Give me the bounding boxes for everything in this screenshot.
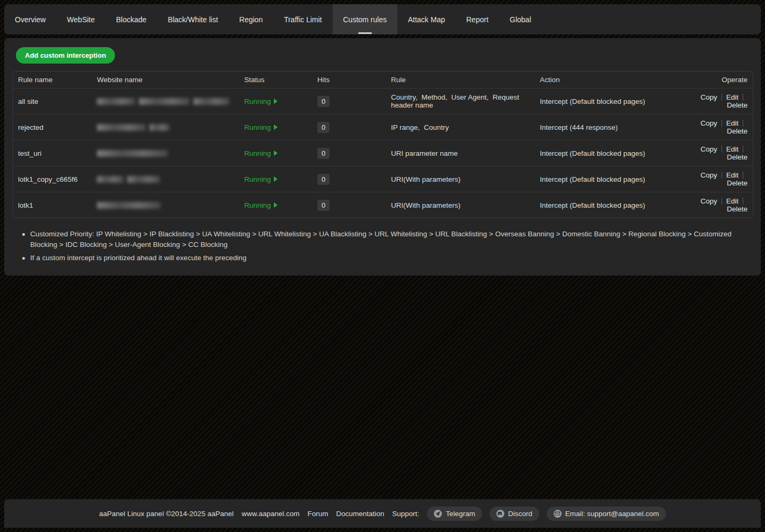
copy-link[interactable]: Copy [700, 171, 717, 179]
action-cell: Intercept (444 response) [535, 114, 689, 140]
status-running-toggle[interactable]: Running [244, 123, 278, 131]
operation-separator [722, 146, 722, 153]
website-link[interactable]: www.aapanel.com [242, 510, 300, 518]
status-running-toggle[interactable]: Running [244, 175, 278, 183]
action-cell: Intercept (Default blocked pages) [535, 88, 689, 114]
hits-badge: 0 [317, 148, 330, 159]
play-icon [274, 176, 278, 182]
column-header-website-name: Website name [92, 72, 239, 88]
copy-link[interactable]: Copy [700, 93, 717, 101]
operation-separator [722, 94, 722, 101]
operation-separator [743, 120, 743, 127]
hits-badge: 0 [317, 96, 330, 107]
delete-link[interactable]: Delete [727, 153, 748, 161]
play-icon [274, 99, 278, 104]
tab-attack-map[interactable]: Attack Map [397, 4, 456, 34]
action-cell: Intercept (Default blocked pages) [535, 140, 689, 166]
delete-link[interactable]: Delete [727, 127, 748, 135]
email-support-aapanel-com-button[interactable]: Email: support@aapanel.com [547, 507, 666, 521]
hits-badge: 0 [317, 174, 330, 185]
edit-link[interactable]: Edit [726, 119, 739, 127]
play-icon [274, 202, 278, 208]
tab-custom-rules[interactable]: Custom rules [333, 4, 397, 34]
operate-cell: CopyEditDelete [689, 140, 753, 166]
note-item: If a custom intercept is prioritized ahe… [22, 253, 743, 263]
action-cell: Intercept (Default blocked pages) [535, 192, 689, 218]
tab-blockade[interactable]: Blockade [105, 4, 157, 34]
table-header-row: Rule nameWebsite nameStatusHitsRuleActio… [13, 72, 753, 88]
rule-cell: IP range, Country [386, 114, 535, 140]
column-header-rule: Rule [386, 72, 535, 88]
edit-link[interactable]: Edit [726, 197, 739, 205]
main-panel: Add custom interception Rule nameWebsite… [4, 38, 761, 276]
website-name-cell [92, 140, 239, 166]
copy-link[interactable]: Copy [700, 119, 717, 127]
tab-region[interactable]: Region [229, 4, 273, 34]
rule-name-cell: rejected [13, 114, 92, 140]
tab-overview[interactable]: Overview [4, 4, 56, 34]
table-row: rejected Running 0 IP range, Country Int… [13, 114, 753, 140]
column-header-operate: Operate [689, 72, 753, 88]
column-header-rule-name: Rule name [13, 72, 92, 88]
copy-link[interactable]: Copy [700, 145, 717, 153]
tab-black-white-list[interactable]: Black/White list [157, 4, 229, 34]
bullet-icon [22, 257, 25, 260]
website-name-cell [92, 166, 239, 192]
delete-link[interactable]: Delete [727, 101, 748, 109]
edit-link[interactable]: Edit [726, 145, 739, 153]
column-header-action: Action [535, 72, 689, 88]
discord-button[interactable]: Discord [490, 507, 539, 521]
rule-cell: URI(With parameters) [386, 192, 535, 218]
delete-link[interactable]: Delete [727, 179, 748, 187]
website-name-redacted [97, 150, 234, 157]
table-row: all site Running 0 Country, Method, User… [13, 88, 753, 114]
website-name-cell [92, 114, 239, 140]
note-item: Customized Priority: IP Whitelisting > I… [22, 229, 743, 250]
status-cell: Running [239, 166, 312, 192]
add-custom-interception-button[interactable]: Add custom interception [16, 47, 115, 64]
tab-traffic-limit[interactable]: Traffic Limit [273, 4, 333, 34]
discord-icon [496, 510, 504, 518]
top-nav: Overview WebSite Blockade Black/White li… [4, 4, 761, 34]
operate-cell: CopyEditDelete [689, 88, 753, 114]
table-row: lotk1 Running 0 URI(With parameters) Int… [13, 192, 753, 218]
hits-cell: 0 [312, 88, 386, 114]
tab-website[interactable]: WebSite [56, 4, 105, 34]
edit-link[interactable]: Edit [726, 93, 739, 101]
operation-separator [743, 146, 743, 153]
tab-report[interactable]: Report [456, 4, 499, 34]
website-name-redacted [97, 176, 234, 183]
rule-cell: Country, Method, User Agent, Request hea… [386, 88, 535, 114]
rule-name-cell: all site [13, 88, 92, 114]
operate-cell: CopyEditDelete [689, 192, 753, 218]
status-running-toggle[interactable]: Running [244, 97, 278, 105]
operation-separator [722, 198, 722, 205]
custom-rules-table: Rule nameWebsite nameStatusHitsRuleActio… [13, 71, 753, 218]
tab-global[interactable]: Global [499, 4, 541, 34]
website-name-cell [92, 88, 239, 114]
copy-link[interactable]: Copy [700, 197, 717, 205]
email-icon [554, 510, 562, 518]
bullet-icon [22, 233, 25, 236]
telegram-button[interactable]: Telegram [427, 507, 482, 521]
operation-separator [743, 94, 743, 101]
copyright-text: aaPanel Linux panel ©2014-2025 aaPanel [99, 510, 234, 518]
website-name-redacted [97, 124, 234, 131]
support-label: Support: [392, 510, 419, 518]
forum-link[interactable]: Forum [308, 510, 328, 518]
table-row: test_uri Running 0 URI parameter name In… [13, 140, 753, 166]
footer: aaPanel Linux panel ©2014-2025 aaPanel w… [4, 499, 761, 528]
delete-link[interactable]: Delete [727, 205, 748, 213]
edit-link[interactable]: Edit [726, 171, 739, 179]
hits-cell: 0 [312, 140, 386, 166]
status-cell: Running [239, 140, 312, 166]
rule-cell: URI(With parameters) [386, 166, 535, 192]
hits-cell: 0 [312, 114, 386, 140]
hits-badge: 0 [317, 122, 330, 133]
hits-cell: 0 [312, 192, 386, 218]
play-icon [274, 125, 278, 130]
status-running-toggle[interactable]: Running [244, 201, 278, 209]
operation-separator [722, 120, 722, 127]
status-running-toggle[interactable]: Running [244, 149, 278, 157]
documentation-link[interactable]: Documentation [336, 510, 385, 518]
